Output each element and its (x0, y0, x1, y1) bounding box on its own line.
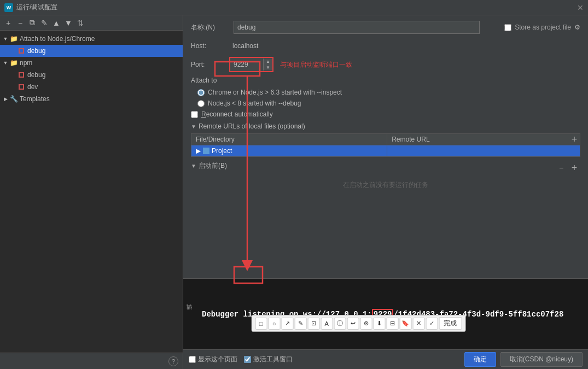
edit-config-button[interactable]: ✎ (39, 18, 49, 28)
remove-config-button[interactable]: − (15, 18, 25, 28)
ann-info-button[interactable]: ⓘ (334, 318, 346, 330)
port-input[interactable] (230, 58, 263, 71)
confirm-button[interactable]: 确定 (464, 352, 496, 367)
reconnect-row: Reconnect automatically (191, 110, 580, 118)
host-input[interactable] (229, 39, 574, 52)
radio-item-chrome: Chrome or Node.js > 6.3 started with --i… (197, 89, 580, 96)
tree-label-debug-npm: debug (27, 71, 45, 79)
tree-label-attach: Attach to Node.js/Chrome (20, 35, 95, 43)
port-container: ▲ ▼ (229, 57, 273, 72)
ann-mosaic-button[interactable]: ⊡ (307, 318, 319, 330)
close-button[interactable]: ✕ (577, 3, 584, 12)
port-row: Port: ▲ ▼ 与项目启动监听端口一致 (191, 57, 580, 72)
startup-empty-text: 在启动之前没有要运行的任务 (191, 174, 580, 196)
name-input[interactable] (234, 21, 480, 34)
ann-check-button[interactable]: ✓ (426, 318, 438, 330)
spacer-debug-attach (10, 48, 16, 54)
move-up-button[interactable]: ▲ (51, 18, 61, 28)
terminal-bar: 调试 Debugger listening on ws://127.0.0.1:… (183, 278, 588, 349)
activate-window-label: 激活工具窗口 (244, 355, 293, 364)
tree-group-templates[interactable]: ▶ 🔧 Templates (0, 93, 183, 105)
ann-bookmark-button[interactable]: 🔖 (399, 318, 411, 330)
main-container: + − ⧉ ✎ ▲ ▼ ⇅ ▼ 📁 Attach to Node.js/Chro… (0, 15, 588, 369)
spacer-dev (10, 84, 16, 90)
left-toolbar: + − ⧉ ✎ ▲ ▼ ⇅ (0, 15, 183, 31)
col-header-file: File/Directory (191, 134, 387, 145)
project-label: Project (212, 147, 232, 155)
help-button[interactable]: ? (168, 356, 178, 366)
radio-item-nodejs: Node.js < 8 started with --debug (197, 99, 580, 107)
remote-urls-header[interactable]: ▼ Remote URLs of local files (optional) (191, 122, 580, 130)
tree-group-attach[interactable]: ▼ 📁 Attach to Node.js/Chrome (0, 33, 183, 45)
ann-done-button[interactable]: 完成 (439, 317, 462, 330)
radio-chrome[interactable] (197, 89, 205, 96)
bottom-bar: 显示这个页面 激活工具窗口 确定 取消(CSDN @niceuy) (183, 349, 588, 369)
left-panel: + − ⧉ ✎ ▲ ▼ ⇅ ▼ 📁 Attach to Node.js/Chro… (0, 15, 183, 369)
radio-group: Chrome or Node.js > 6.3 started with --i… (197, 89, 580, 107)
tree-group-npm[interactable]: ▼ 📁 npm (0, 57, 183, 69)
move-down-button[interactable]: ▼ (63, 18, 73, 28)
expand-arrow-templates: ▶ (2, 96, 9, 102)
startup-header[interactable]: ▼ 启动前(B) (191, 161, 580, 171)
bottom-checkboxes: 显示这个页面 激活工具窗口 (189, 355, 293, 364)
copy-config-button[interactable]: ⧉ (27, 18, 37, 28)
collapse-arrow-startup: ▼ (191, 163, 196, 169)
folder-icon-npm: 📁 (10, 59, 18, 67)
ann-crop-button[interactable]: ⊟ (386, 318, 398, 330)
ann-circle-button[interactable]: ○ (268, 318, 280, 330)
window-title: 运行/调试配置 (16, 3, 57, 12)
expand-arrow-project: ▶ (196, 147, 201, 155)
radio-nodejs[interactable] (197, 100, 205, 107)
reconnect-label: Reconnect automatically (201, 110, 273, 118)
right-panel: 名称:(N) Store as project file ⚙ Host: (183, 15, 588, 369)
tree-label-dev: dev (27, 83, 38, 91)
tree-item-dev[interactable]: dev (0, 81, 183, 93)
ann-rect-button[interactable]: □ (255, 318, 267, 330)
radio-label-nodejs: Node.js < 8 started with --debug (208, 99, 301, 107)
remote-url-table: File/Directory Remote URL ▶ Pro (191, 133, 580, 157)
show-page-checkbox[interactable] (189, 356, 196, 363)
ann-pen-button[interactable]: ✎ (294, 318, 306, 330)
ann-undo-button[interactable]: ↩ (347, 318, 359, 330)
expand-arrow-attach: ▼ (2, 36, 9, 42)
host-label: Host: (191, 42, 229, 50)
config-icon-dev (18, 83, 25, 91)
collapse-arrow-remote: ▼ (191, 124, 196, 130)
tree-item-debug-npm[interactable]: debug (0, 69, 183, 81)
config-icon-debug-npm (18, 71, 25, 79)
tree-item-debug-attach[interactable]: debug (0, 45, 183, 57)
sort-button[interactable]: ⇅ (75, 18, 85, 28)
config-tree: ▼ 📁 Attach to Node.js/Chrome debug ▼ 📁 n… (0, 31, 183, 353)
folder-icon-attach: 📁 (10, 35, 18, 43)
ann-download-button[interactable]: ⬇ (373, 318, 385, 330)
ann-text-button[interactable]: A (321, 318, 333, 330)
ann-arrow-button[interactable]: ↗ (281, 318, 293, 330)
port-decrement-button[interactable]: ▼ (264, 65, 272, 71)
tree-label-debug-attach: debug (27, 47, 45, 55)
port-increment-button[interactable]: ▲ (264, 58, 272, 65)
wrench-icon: 🔧 (10, 95, 18, 103)
ws-logo-icon: W (4, 3, 13, 12)
add-config-button[interactable]: + (3, 18, 13, 28)
port-spinners: ▲ ▼ (263, 58, 272, 71)
remove-startup-task-button[interactable]: − (555, 162, 567, 174)
show-page-label: 显示这个页面 (189, 355, 237, 364)
gear-icon[interactable]: ⚙ (574, 24, 580, 31)
ann-close-button[interactable]: ✕ (412, 318, 424, 330)
table-cell-file: ▶ Project (191, 145, 387, 157)
cancel-button[interactable]: 取消(CSDN @niceuy) (500, 352, 583, 367)
right-content: 名称:(N) Store as project file ⚙ Host: (183, 15, 588, 278)
port-label: Port: (191, 61, 229, 68)
ann-crossout-button[interactable]: ⊗ (360, 318, 372, 330)
remote-urls-label: Remote URLs of local files (optional) (199, 122, 305, 130)
store-checkbox-row: Store as project file ⚙ (504, 24, 580, 31)
add-startup-task-button[interactable]: + (568, 162, 580, 174)
tree-label-npm: npm (20, 59, 32, 67)
name-row: 名称:(N) Store as project file ⚙ (191, 21, 580, 34)
add-remote-url-button[interactable]: + (568, 133, 580, 145)
attach-to-label: Attach to (191, 77, 580, 84)
store-checkbox[interactable] (504, 24, 511, 31)
table-row[interactable]: ▶ Project (191, 145, 580, 157)
activate-window-checkbox[interactable] (244, 356, 251, 363)
reconnect-checkbox[interactable] (191, 111, 198, 118)
